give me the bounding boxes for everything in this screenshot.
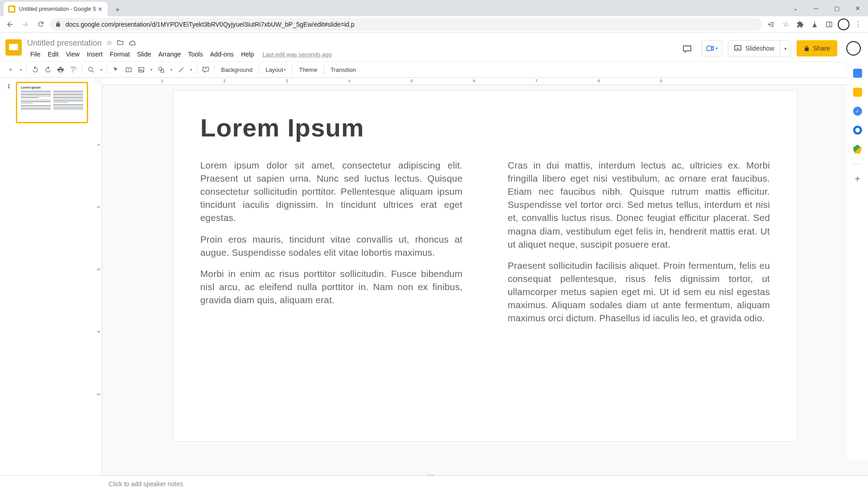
menu-view[interactable]: View (63, 50, 83, 59)
slide-right-column[interactable]: Cras in dui mattis, interdum lectus ac, … (508, 159, 770, 333)
omnibox[interactable]: docs.google.com/presentation/d/1MYPDVEiT… (50, 18, 762, 31)
select-tool[interactable] (110, 64, 122, 75)
filmstrip[interactable]: 1 Lorem Ipsum (0, 78, 95, 475)
sidepanel-icon[interactable] (823, 18, 835, 31)
comment-button[interactable] (200, 64, 212, 75)
forward-button[interactable] (19, 18, 32, 31)
textbox-tool[interactable]: T (123, 64, 134, 75)
transition-button[interactable]: Transition (327, 64, 360, 75)
new-slide-button[interactable]: ＋ (5, 64, 16, 75)
share-url-icon[interactable] (765, 18, 778, 31)
slideshow-button-group: Slideshow ▾ (728, 40, 791, 56)
menu-insert[interactable]: Insert (84, 50, 106, 59)
slide-paragraph[interactable]: Praesent sollicitudin facilisis aliquet.… (508, 259, 770, 325)
speaker-notes[interactable]: Click to add speaker notes (0, 475, 868, 488)
image-tool[interactable] (135, 64, 147, 75)
zoom-button[interactable] (85, 64, 97, 75)
layout-button[interactable]: Layout (262, 64, 289, 75)
svg-rect-11 (160, 69, 163, 72)
chevron-down-icon[interactable]: ⌄ (785, 0, 806, 16)
menu-addons[interactable]: Add-ons (207, 50, 237, 59)
menu-format[interactable]: Format (107, 50, 133, 59)
notes-resize-handle[interactable] (427, 474, 441, 476)
new-tab-button[interactable]: + (111, 4, 124, 16)
zoom-dropdown[interactable] (98, 64, 104, 75)
minimize-icon[interactable]: ─ (806, 0, 826, 16)
slide-paragraph[interactable]: Lorem ipsum dolor sit amet, consectetur … (200, 159, 462, 225)
slide-left-column[interactable]: Lorem ipsum dolor sit amet, consectetur … (200, 159, 462, 333)
menu-file[interactable]: File (27, 50, 44, 59)
undo-button[interactable] (29, 64, 41, 75)
tab-title: Untitled presentation - Google S (19, 6, 97, 12)
close-window-icon[interactable]: ✕ (847, 0, 868, 16)
svg-line-12 (179, 67, 183, 72)
slide-title-text[interactable]: Lorem Ipsum (200, 113, 770, 142)
lock-icon (804, 46, 810, 52)
share-button[interactable]: Share (797, 40, 837, 56)
chrome-menu-icon[interactable]: ⋮ (852, 18, 864, 31)
window-controls: ⌄ ─ ▢ ✕ (785, 0, 868, 16)
slideshow-dropdown[interactable]: ▾ (780, 41, 791, 56)
tasks-icon[interactable] (853, 107, 862, 116)
browser-tab[interactable]: Untitled presentation - Google S ✕ (4, 2, 108, 16)
present-meet-button[interactable]: ▾ (702, 40, 722, 56)
side-panel: + (846, 61, 868, 459)
canvas-area[interactable]: 1 2 3 4 5 6 7 8 9 1 2 3 4 5 Lorem Ipsum … (95, 78, 868, 475)
slide-paragraph[interactable]: Proin eros mauris, tincidunt vitae conva… (200, 233, 462, 259)
slides-logo[interactable] (5, 39, 24, 57)
menu-help[interactable]: Help (238, 50, 257, 59)
slideshow-button[interactable]: Slideshow (728, 44, 780, 52)
theme-button[interactable]: Theme (295, 64, 321, 75)
reload-button[interactable] (34, 18, 47, 31)
svg-rect-0 (826, 22, 832, 27)
menu-bar: File Edit View Insert Format Slide Arran… (27, 49, 332, 60)
labs-icon[interactable] (808, 18, 821, 31)
ruler-vertical: 1 2 3 4 5 (95, 85, 102, 475)
paint-format-button[interactable] (67, 64, 79, 75)
slides-favicon (8, 5, 15, 13)
svg-rect-2 (707, 46, 712, 51)
back-button[interactable] (4, 18, 16, 31)
image-dropdown[interactable] (148, 64, 154, 75)
bookmark-icon[interactable]: ☆ (779, 18, 792, 31)
background-button[interactable]: Background (217, 64, 256, 75)
slide-paragraph[interactable]: Cras in dui mattis, interdum lectus ac, … (508, 159, 770, 251)
svg-line-5 (92, 70, 94, 72)
url-text: docs.google.com/presentation/d/1MYPDVEiT… (66, 21, 354, 28)
maximize-icon[interactable]: ▢ (826, 0, 847, 16)
contacts-icon[interactable] (853, 126, 862, 135)
line-tool[interactable] (175, 64, 187, 75)
line-dropdown[interactable] (188, 64, 194, 75)
menu-edit[interactable]: Edit (45, 50, 62, 59)
slide-number: 1 (7, 82, 13, 123)
shape-dropdown[interactable] (168, 64, 174, 75)
calendar-icon[interactable] (853, 69, 862, 78)
cloud-status-icon[interactable] (128, 39, 137, 47)
star-icon[interactable]: ☆ (106, 39, 112, 47)
new-slide-dropdown[interactable] (17, 64, 24, 75)
menu-tools[interactable]: Tools (185, 50, 206, 59)
redo-button[interactable] (42, 64, 54, 75)
move-icon[interactable] (117, 39, 124, 47)
side-panel-divider (853, 164, 862, 164)
keep-icon[interactable] (853, 88, 862, 97)
profile-avatar[interactable] (837, 18, 850, 31)
account-avatar[interactable] (843, 41, 861, 56)
add-addon-icon[interactable]: + (855, 174, 860, 184)
slide-canvas[interactable]: Lorem Ipsum Lorem ipsum dolor sit amet, … (173, 90, 797, 441)
menu-slide[interactable]: Slide (134, 50, 154, 59)
print-button[interactable] (55, 64, 66, 75)
shape-tool[interactable] (155, 64, 167, 75)
extensions-icon[interactable] (794, 18, 807, 31)
menu-arrange[interactable]: Arrange (155, 50, 184, 59)
maps-icon[interactable] (853, 145, 862, 154)
close-tab-icon[interactable]: ✕ (97, 6, 103, 12)
svg-point-4 (88, 67, 92, 71)
svg-text:T: T (127, 68, 130, 71)
slide-paragraph[interactable]: Morbi in enim ac risus porttitor sollici… (200, 267, 462, 306)
slides-header: Untitled presentation ☆ File Edit View I… (0, 33, 868, 61)
comments-history-button[interactable] (678, 40, 696, 56)
slide-thumbnail[interactable]: Lorem Ipsum (16, 82, 88, 123)
last-edit-link[interactable]: Last edit was seconds ago (263, 51, 332, 58)
doc-title[interactable]: Untitled presentation (27, 38, 102, 48)
